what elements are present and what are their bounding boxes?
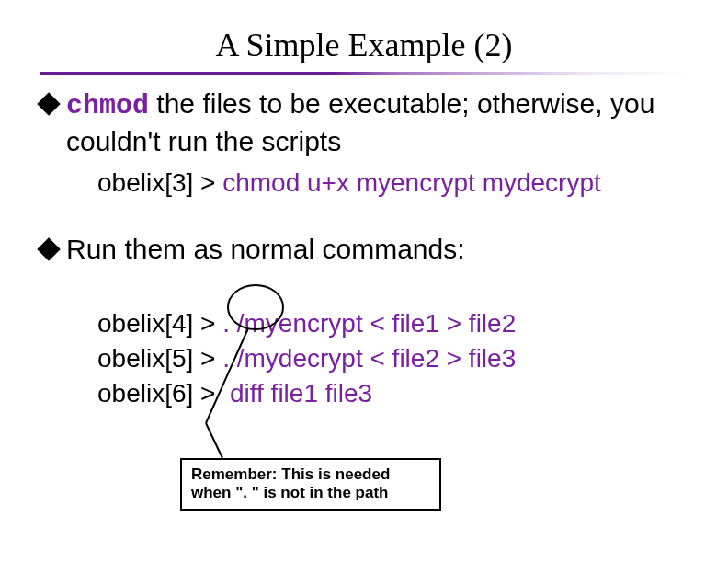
slide-title: A Simple Example (2)	[0, 26, 728, 64]
callout-box: Remember: This is needed when ". " is no…	[180, 458, 441, 511]
bullet-run: Run them as normal commands:	[40, 232, 688, 267]
cmd-myencrypt: . /myencrypt < file1 > file2	[222, 309, 516, 338]
prompt-5: obelix[5] >	[97, 344, 222, 373]
slide-body: chmod the files to be executable; otherw…	[40, 86, 688, 410]
diamond-icon	[37, 92, 60, 115]
keyword-run: Run	[66, 234, 117, 264]
bullet-chmod: chmod the files to be executable; otherw…	[40, 86, 688, 158]
title-underline	[40, 72, 688, 75]
code-block-2: obelix[4] > . /myencrypt < file1 > file2…	[97, 271, 688, 410]
prompt-3: obelix[3] >	[97, 168, 222, 197]
keyword-chmod: chmod	[66, 90, 149, 121]
bullet2-text: them as normal commands:	[117, 234, 464, 264]
code-block-1: obelix[3] > chmod u+x myencrypt mydecryp…	[97, 166, 688, 201]
slide: A Simple Example (2) chmod the files to …	[0, 0, 728, 563]
prompt-6: obelix[6] >	[97, 379, 222, 408]
cmd-diff: diff file1 file3	[222, 379, 372, 408]
callout-line1: Remember: This is needed	[191, 465, 430, 484]
cmd-mydecrypt: . /mydecrypt < file2 > file3	[222, 344, 516, 373]
svg-line-2	[206, 423, 222, 458]
bullet1-text: the files to be executable; otherwise, y…	[66, 88, 654, 156]
callout-line2: when ". " is not in the path	[191, 484, 430, 502]
diamond-icon	[37, 237, 60, 260]
prompt-4: obelix[4] >	[97, 309, 222, 338]
cmd-chmod: chmod u+x myencrypt mydecrypt	[222, 168, 601, 197]
